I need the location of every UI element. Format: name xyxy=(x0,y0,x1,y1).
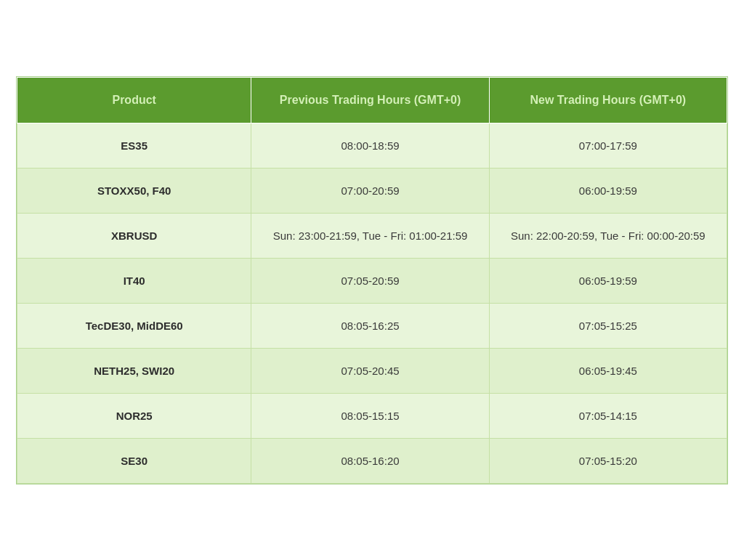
cell-product: SE30 xyxy=(17,438,251,483)
header-previous-hours: Previous Trading Hours (GMT+0) xyxy=(251,77,489,123)
cell-previous-hours: 07:00-20:59 xyxy=(251,168,489,213)
cell-previous-hours: 08:05-16:20 xyxy=(251,438,489,483)
cell-new-hours: 07:00-17:59 xyxy=(489,123,727,168)
cell-new-hours: 07:05-15:25 xyxy=(489,303,727,348)
cell-previous-hours: 08:05-16:25 xyxy=(251,303,489,348)
table-row: IT4007:05-20:5906:05-19:59 xyxy=(17,258,727,303)
table-row: NOR2508:05-15:1507:05-14:15 xyxy=(17,393,727,438)
table-row: SE3008:05-16:2007:05-15:20 xyxy=(17,438,727,483)
table-row: ES3508:00-18:5907:00-17:59 xyxy=(17,123,727,168)
cell-product: XBRUSD xyxy=(17,213,251,258)
trading-hours-table: Product Previous Trading Hours (GMT+0) N… xyxy=(16,76,728,484)
header-product: Product xyxy=(17,77,251,123)
cell-previous-hours: 07:05-20:59 xyxy=(251,258,489,303)
table-row: XBRUSDSun: 23:00-21:59, Tue - Fri: 01:00… xyxy=(17,213,727,258)
cell-new-hours: 07:05-14:15 xyxy=(489,393,727,438)
header-new-hours: New Trading Hours (GMT+0) xyxy=(489,77,727,123)
cell-new-hours: 06:05-19:45 xyxy=(489,348,727,393)
table-row: NETH25, SWI2007:05-20:4506:05-19:45 xyxy=(17,348,727,393)
table-row: TecDE30, MidDE6008:05-16:2507:05-15:25 xyxy=(17,303,727,348)
cell-product: NETH25, SWI20 xyxy=(17,348,251,393)
cell-product: ES35 xyxy=(17,123,251,168)
cell-product: IT40 xyxy=(17,258,251,303)
cell-previous-hours: 07:05-20:45 xyxy=(251,348,489,393)
table-row: STOXX50, F4007:00-20:5906:00-19:59 xyxy=(17,168,727,213)
cell-new-hours: Sun: 22:00-20:59, Tue - Fri: 00:00-20:59 xyxy=(489,213,727,258)
cell-new-hours: 07:05-15:20 xyxy=(489,438,727,483)
cell-product: NOR25 xyxy=(17,393,251,438)
cell-previous-hours: 08:00-18:59 xyxy=(251,123,489,168)
cell-product: TecDE30, MidDE60 xyxy=(17,303,251,348)
cell-previous-hours: Sun: 23:00-21:59, Tue - Fri: 01:00-21:59 xyxy=(251,213,489,258)
cell-new-hours: 06:05-19:59 xyxy=(489,258,727,303)
cell-previous-hours: 08:05-15:15 xyxy=(251,393,489,438)
table-header-row: Product Previous Trading Hours (GMT+0) N… xyxy=(17,77,727,123)
cell-product: STOXX50, F40 xyxy=(17,168,251,213)
cell-new-hours: 06:00-19:59 xyxy=(489,168,727,213)
